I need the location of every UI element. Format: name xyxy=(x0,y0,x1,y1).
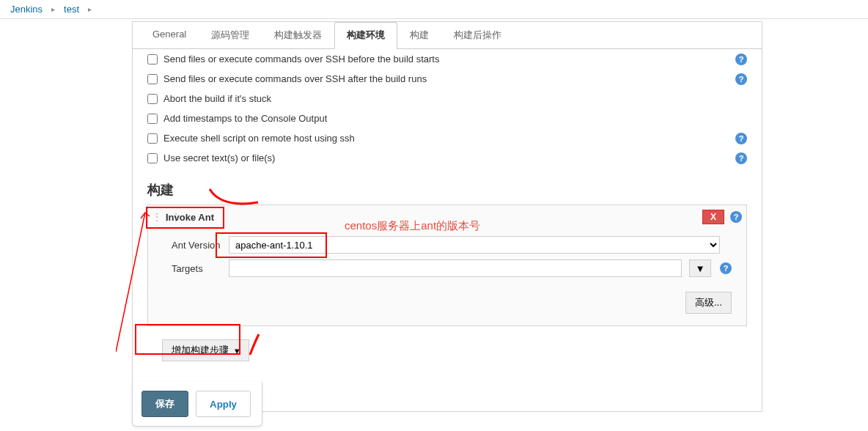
checkbox-label: Add timestamps to the Console Output xyxy=(163,113,327,124)
checkbox-remote-ssh[interactable] xyxy=(147,133,158,144)
checkbox-label: Send files or execute commands over SSH … xyxy=(163,54,439,65)
add-step-label: 增加构建步骤 xyxy=(172,344,229,357)
chevron-right-icon: ▸ xyxy=(47,5,59,13)
footer-bar: 保存 Apply xyxy=(132,382,262,427)
apply-button[interactable]: Apply xyxy=(196,391,251,417)
tab-post-build[interactable]: 构建后操作 xyxy=(441,22,514,48)
ant-version-label: Ant Version xyxy=(172,240,229,251)
breadcrumb: Jenkins ▸ test ▸ xyxy=(0,0,868,19)
checkbox-label: Send files or execute commands over SSH … xyxy=(163,73,427,84)
targets-dropdown-button[interactable]: ▼ xyxy=(689,259,711,277)
annotation-text: centos服务器上ant的版本号 xyxy=(345,219,480,233)
config-tabs: General 源码管理 构建触发器 构建环境 构建 构建后操作 xyxy=(133,22,762,49)
tab-triggers[interactable]: 构建触发器 xyxy=(262,22,334,48)
breadcrumb-jenkins[interactable]: Jenkins xyxy=(6,2,47,16)
advanced-button[interactable]: 高级... xyxy=(685,292,732,314)
help-icon[interactable]: ? xyxy=(730,211,742,223)
checkbox-label: Use secret text(s) or file(s) xyxy=(163,152,275,163)
main-panel: General 源码管理 构建触发器 构建环境 构建 构建后操作 Send fi… xyxy=(132,21,762,412)
checkbox-timestamps[interactable] xyxy=(147,114,158,124)
help-icon[interactable]: ? xyxy=(735,133,747,144)
help-icon[interactable]: ? xyxy=(720,262,732,274)
help-icon[interactable]: ? xyxy=(735,73,747,85)
help-icon[interactable]: ? xyxy=(735,152,747,164)
checkbox-label: Execute shell script on remote host usin… xyxy=(163,133,355,144)
drag-handle-icon[interactable]: ⋮⋮⋮ xyxy=(152,212,161,222)
chevron-right-icon: ▸ xyxy=(84,5,96,13)
help-icon[interactable]: ? xyxy=(735,54,747,65)
checkbox-ssh-after[interactable] xyxy=(147,74,158,84)
tab-scm[interactable]: 源码管理 xyxy=(199,22,262,48)
checkbox-secret-text[interactable] xyxy=(147,153,158,163)
targets-label: Targets xyxy=(172,263,229,274)
build-step-title: Invoke Ant xyxy=(166,212,214,223)
add-build-step-button[interactable]: 增加构建步骤 ▾ xyxy=(162,339,249,361)
tab-build[interactable]: 构建 xyxy=(397,22,441,48)
section-title-build: 构建 xyxy=(147,181,747,199)
delete-step-button[interactable]: X xyxy=(702,210,724,224)
ant-version-select[interactable]: apache-ant-1.10.1 xyxy=(229,236,720,254)
tab-build-env[interactable]: 构建环境 xyxy=(334,22,397,49)
tab-general[interactable]: General xyxy=(140,22,199,48)
checkbox-ssh-before[interactable] xyxy=(147,54,158,65)
checkbox-label: Abort the build if it's stuck xyxy=(163,93,271,104)
chevron-down-icon: ▼ xyxy=(695,263,705,274)
targets-input[interactable] xyxy=(229,259,682,277)
build-env-checkboxes: Send files or execute commands over SSH … xyxy=(147,49,747,168)
breadcrumb-test[interactable]: test xyxy=(59,2,84,16)
chevron-down-icon: ▾ xyxy=(235,345,240,356)
checkbox-abort-stuck[interactable] xyxy=(147,94,158,104)
save-button[interactable]: 保存 xyxy=(141,391,188,417)
